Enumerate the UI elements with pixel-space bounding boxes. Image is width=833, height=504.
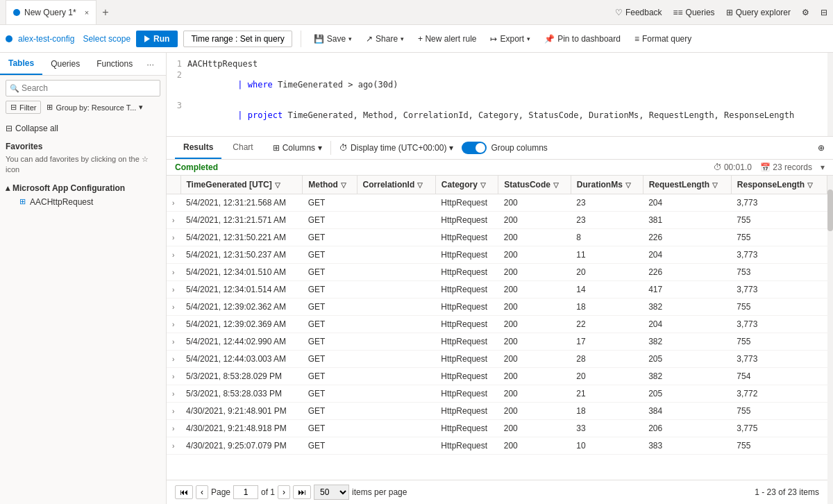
table-cell: HttpRequest [435,229,498,246]
query-tab[interactable]: New Query 1* × [6,0,96,24]
row-expand-icon[interactable]: › [172,303,174,311]
tab-close-button[interactable]: × [85,8,89,17]
table-row[interactable]: ›5/4/2021, 12:34:01.510 AMGETHttpRequest… [167,264,827,281]
row-expand-icon[interactable]: › [172,373,174,380]
sidebar-tab-queries[interactable]: Queries [42,53,88,74]
group-columns-switch[interactable] [462,142,487,154]
page-input[interactable] [233,485,258,499]
collapse-all-button[interactable]: ⊟ Collapse all [6,121,160,136]
results-tab-chart[interactable]: Chart [224,137,261,159]
items-per-page-select[interactable]: 50 100 200 [314,485,349,500]
tree-group-header[interactable]: ▴ Microsoft App Configuration [6,181,160,195]
editor-scrollbar[interactable] [827,53,833,136]
vertical-scrollbar[interactable] [827,176,833,504]
first-page-button[interactable]: ⏮ [175,485,193,499]
query-explorer-button[interactable]: ⊞ Query explorer [726,8,791,17]
row-expand-icon[interactable]: › [172,390,174,398]
settings-icon[interactable]: ⚙ [802,8,809,17]
table-row[interactable]: ›5/3/2021, 8:53:28.033 PMGETHttpRequest2… [167,385,827,403]
sidebar-tab-tables[interactable]: Tables [0,53,42,75]
tree-item-aachttprequest[interactable]: ⊞ AACHttpRequest [6,195,160,209]
table-row[interactable]: ›5/4/2021, 12:34:01.514 AMGETHttpRequest… [167,281,827,299]
table-row[interactable]: ›5/4/2021, 12:44:02.990 AMGETHttpRequest… [167,333,827,351]
th-requestlength[interactable]: RequestLength▽ [643,176,731,194]
table-row[interactable]: ›5/4/2021, 12:31:50.221 AMGETHttpRequest… [167,229,827,246]
results-tab-results[interactable]: Results [175,137,221,159]
th-durationms[interactable]: DurationMs▽ [571,176,643,194]
table-cell: 3,773 [731,316,827,333]
row-expand-icon[interactable]: › [172,442,174,450]
th-timegenerated[interactable]: TimeGenerated [UTC]▽ [180,176,303,194]
filter-button[interactable]: ⊟ Filter [6,101,41,114]
last-page-button[interactable]: ⏭ [293,485,311,499]
row-expand-icon[interactable]: › [172,408,174,415]
share-button[interactable]: ↗ Share ▾ [362,31,408,47]
filter-correlationid[interactable]: ▽ [417,181,423,189]
th-correlationid[interactable]: CorrelationId▽ [357,176,435,194]
filter-durationms[interactable]: ▽ [625,181,631,189]
save-button[interactable]: 💾 Save ▾ [310,31,356,47]
table-row[interactable]: ›5/4/2021, 12:39:02.369 AMGETHttpRequest… [167,316,827,333]
time-range-button[interactable]: Time range : Set in query [183,31,292,47]
line-num-1: 1 [167,59,187,69]
results-col: TimeGenerated [UTC]▽ Method▽ Correlation… [167,176,827,504]
sidebar-tab-functions[interactable]: Functions [88,53,141,74]
results-main: TimeGenerated [UTC]▽ Method▽ Correlation… [167,176,833,504]
table-row[interactable]: ›5/3/2021, 8:53:28.029 PMGETHttpRequest2… [167,368,827,385]
table-cell [357,403,435,420]
table-row[interactable]: ›5/4/2021, 12:31:50.237 AMGETHttpRequest… [167,246,827,264]
table-row[interactable]: ›5/4/2021, 12:31:21.568 AMGETHttpRequest… [167,194,827,212]
select-scope-button[interactable]: Select scope [83,34,131,44]
search-input[interactable] [6,80,160,96]
th-responselength[interactable]: ResponseLength▽ [731,176,827,194]
table-cell: GET [303,420,357,437]
row-expand-icon[interactable]: › [172,321,174,328]
filter-category[interactable]: ▽ [480,181,486,189]
table-cell [357,246,435,264]
row-expand-icon[interactable]: › [172,425,174,432]
table-row[interactable]: ›4/30/2021, 9:21:48.918 PMGETHttpRequest… [167,420,827,437]
table-row[interactable]: ›4/30/2021, 9:21:48.901 PMGETHttpRequest… [167,403,827,420]
row-expand-icon[interactable]: › [172,234,174,242]
prev-page-button[interactable]: ‹ [196,485,208,499]
row-expand-icon[interactable]: › [172,269,174,276]
filter-responselength[interactable]: ▽ [807,181,813,189]
queries-button[interactable]: ≡≡ Queries [673,8,715,17]
table-row[interactable]: ›5/4/2021, 12:31:21.571 AMGETHttpRequest… [167,212,827,229]
add-tab-button[interactable]: + [96,6,114,19]
pin-to-dashboard-button[interactable]: 📌 Pin to dashboard [540,31,625,47]
th-method[interactable]: Method▽ [303,176,357,194]
row-expand-icon[interactable]: › [172,355,174,363]
columns-chevron: ▾ [318,143,322,153]
run-button[interactable]: Run [136,31,178,47]
filter-timegenerated[interactable]: ▽ [275,181,280,189]
filter-method[interactable]: ▽ [341,181,346,189]
group-by-button[interactable]: ⊞ Group by: Resource T... ▾ [44,101,146,113]
format-query-button[interactable]: ≡ Format query [630,31,696,47]
table-row[interactable]: ›4/30/2021, 9:25:07.079 PMGETHttpRequest… [167,437,827,455]
query-editor[interactable]: 1 AACHttpRequest 2 | where TimeGenerated… [167,53,833,137]
next-page-button[interactable]: › [278,485,290,499]
filter-statuscode[interactable]: ▽ [553,181,559,189]
results-expand-icon[interactable]: ⊕ [818,143,825,153]
columns-button[interactable]: ⊞ Columns ▾ [273,143,322,153]
th-statuscode[interactable]: StatusCode▽ [498,176,571,194]
row-expand-icon[interactable]: › [172,199,174,207]
filter-requestlength[interactable]: ▽ [712,181,718,189]
new-alert-rule-button[interactable]: + New alert rule [414,31,480,47]
row-expand-icon[interactable]: › [172,286,174,294]
layout-icon[interactable]: ⊟ [821,8,827,17]
results-collapse-icon[interactable]: ▾ [821,162,825,172]
table-cell: GET [303,333,357,351]
sidebar-more-button[interactable]: ··· [141,53,160,75]
row-expand-icon[interactable]: › [172,338,174,346]
row-expand-icon[interactable]: › [172,217,174,224]
display-time-button[interactable]: ⏱ Display time (UTC+00:00) ▾ [339,143,453,153]
row-expand-icon[interactable]: › [172,251,174,259]
th-category[interactable]: Category▽ [435,176,498,194]
export-button[interactable]: ↦ Export ▾ [486,31,535,47]
table-row[interactable]: ›5/4/2021, 12:39:02.362 AMGETHttpRequest… [167,299,827,316]
table-row[interactable]: ›5/4/2021, 12:44:03.003 AMGETHttpRequest… [167,351,827,368]
config-label[interactable]: alex-test-config [18,34,74,44]
feedback-button[interactable]: ♡ Feedback [615,8,662,17]
